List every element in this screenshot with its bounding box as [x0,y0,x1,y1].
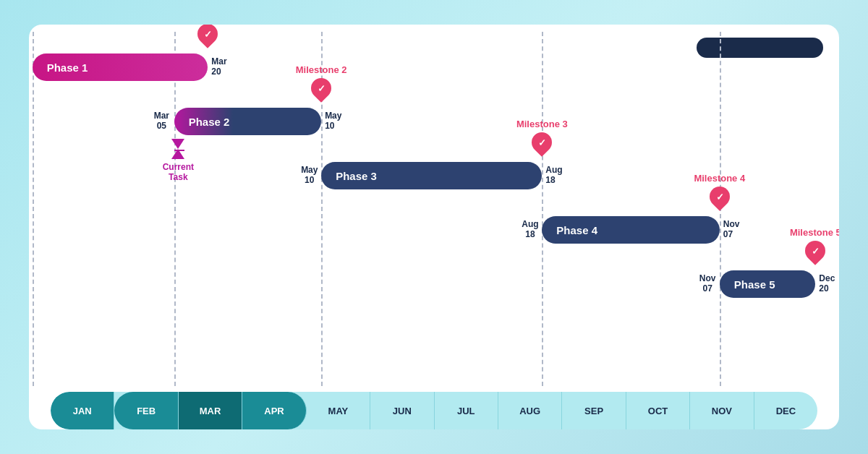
milestone-pin-4 [705,182,734,211]
start-date-5: Nov07 [699,273,716,294]
milestone-1: Milestone 1 [179,25,237,44]
milestone-label-4: Milestone 4 [694,173,745,184]
phase-bar-3: Phase 3 [321,162,542,189]
phase-bar-4: Phase 4 [542,216,719,244]
phase-label-1: Phase 1 [33,53,208,81]
month-cell-jul: JUL [435,392,498,429]
milestone-5: Milestone 5 [786,227,839,261]
month-cell-apr: APR [242,392,306,429]
phase-bar-5: Phase 5 [720,270,816,298]
month-cell-jan: JAN [51,392,114,429]
milestone-4: Milestone 4 [691,173,749,207]
month-cell-oct: OCT [626,392,690,429]
dashed-line [174,32,176,386]
current-task-indicator: CurrentTask [163,139,194,183]
milestone-3: Milestone 3 [513,119,571,153]
milestone-label-2: Milestone 2 [296,64,347,75]
end-date-5: Dec20 [819,273,835,294]
dashed-line [33,32,34,386]
gantt-area: Phase 1Jan03Mar20Phase 2Mar05May10Phase … [29,32,839,386]
start-date-3: May10 [301,165,318,186]
main-card: JANFEBMARAPRMAYJUNJULAUGSEPOCTNOVDEC Pha… [29,25,839,429]
end-date-2: May10 [325,111,341,132]
milestone-label-3: Milestone 3 [516,119,568,129]
start-date-4: Aug18 [522,219,538,240]
milestone-label-5: Milestone 5 [790,227,839,238]
month-cell-dec: DEC [754,392,817,429]
dashed-line [542,32,543,386]
month-cell-mar: MAR [179,392,242,429]
milestone-pin-1 [194,25,223,48]
end-date-4: Nov07 [723,219,740,240]
month-cell-sep: SEP [562,392,626,429]
milestone-2: Milestone 2 [292,64,350,98]
month-cell-may: MAY [307,392,370,429]
phase-label-5: Phase 5 [720,270,816,298]
phase-bar-1: Phase 1 [33,53,208,81]
month-cell-aug: AUG [498,392,562,429]
month-axis: JANFEBMARAPRMAYJUNJULAUGSEPOCTNOVDEC [51,392,817,429]
current-task-arrow-icon [171,139,184,159]
milestone-pin-2 [307,74,336,103]
current-task-label: CurrentTask [163,162,194,183]
end-date-3: Aug18 [545,165,562,186]
month-cell-feb: FEB [114,392,178,429]
start-date-2: Mar05 [154,111,169,132]
month-cell-nov: NOV [690,392,754,429]
phase-bar-2: Phase 2 [174,108,321,135]
month-cell-jun: JUN [370,392,434,429]
phase-label-2: Phase 2 [174,108,321,135]
phase-label-4: Phase 4 [542,216,719,244]
phase-label-3: Phase 3 [321,162,542,189]
end-date-1: Mar20 [211,56,226,77]
milestone-pin-5 [801,236,830,265]
milestone-pin-3 [528,128,557,157]
